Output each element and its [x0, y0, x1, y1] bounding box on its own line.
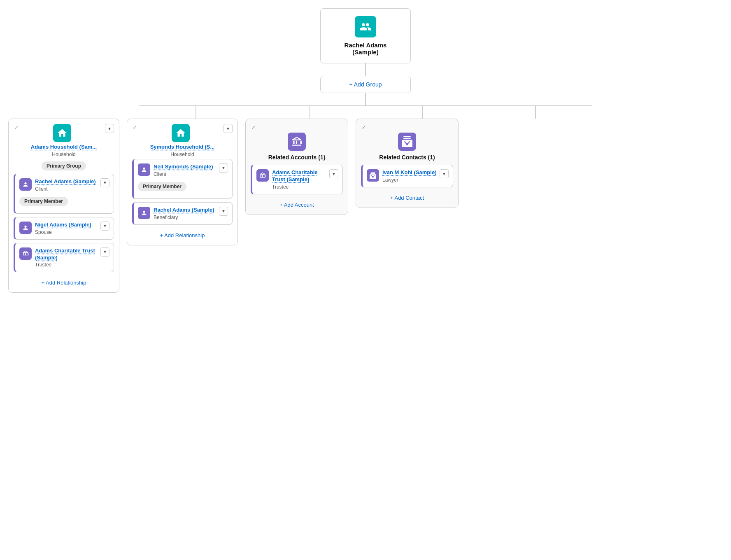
adams-trust-account-name[interactable]: Adams Charitable Trust (Sample)	[272, 169, 329, 183]
rachel-adams-badge: Primary Member	[19, 197, 68, 206]
root-title: Rachel Adams (Sample)	[331, 42, 400, 56]
horizontal-branch	[139, 105, 592, 106]
adams-household-icon	[53, 124, 71, 142]
related-accounts-collapse-btn[interactable]: ⤢	[251, 124, 256, 131]
rachel-adams-member-card: Rachel Adams (Sample) Client ▼ Primary M…	[14, 174, 114, 214]
adams-household-badge: Primary Group	[42, 161, 86, 170]
neil-symonds-icon	[138, 163, 150, 176]
nigel-adams-chevron[interactable]: ▼	[100, 222, 109, 231]
related-contacts-add-btn[interactable]: + Add Contact	[361, 191, 453, 203]
neil-symonds-chevron[interactable]: ▼	[219, 163, 228, 173]
symonds-household-collapse-btn[interactable]: ⤢	[132, 124, 137, 131]
symonds-household-title[interactable]: Symonds Household (S...	[132, 144, 233, 151]
adams-trust-name[interactable]: Adams Charitable Trust (Sample)	[35, 247, 100, 261]
adams-trust-icon	[19, 247, 32, 260]
adams-household-chevron[interactable]: ▼	[105, 124, 114, 133]
columns-connector	[139, 106, 592, 119]
adams-trust-account-chevron[interactable]: ▼	[329, 169, 338, 178]
related-contacts-card: ⤢ Related Contacts (1) Ivan M Kohl (Samp…	[356, 119, 459, 208]
neil-symonds-name[interactable]: Neil Symonds (Sample)	[154, 163, 219, 170]
adams-household-card: ⤢ ▼ Adams Household (Sam... Household Pr…	[8, 119, 119, 293]
symonds-household-icon	[172, 124, 190, 142]
adams-trust-member-card: Adams Charitable Trust (Sample) Trustee …	[14, 243, 114, 273]
col-connector-4	[535, 106, 536, 119]
ivan-kohl-name[interactable]: Ivan M Kohl (Sample)	[382, 169, 440, 176]
rachel-adams-icon	[19, 178, 32, 191]
branch-area	[8, 105, 723, 119]
nigel-adams-name[interactable]: Nigel Adams (Sample)	[35, 222, 100, 229]
symonds-household-card: ⤢ ▼ Symonds Household (S... Household	[127, 119, 238, 245]
ivan-kohl-chevron[interactable]: ▼	[440, 169, 449, 178]
group-v-connector	[365, 93, 366, 105]
adams-household-title[interactable]: Adams Household (Sam...	[14, 144, 114, 151]
rachel-adams-symonds-icon	[138, 207, 150, 219]
adams-trust-account-role: Trustee	[272, 184, 329, 190]
neil-symonds-role: Client	[154, 171, 219, 177]
neil-symonds-badge: Primary Member	[138, 182, 186, 191]
rachel-adams-info: Rachel Adams (Sample) Client	[35, 178, 100, 192]
adams-household-collapse-btn[interactable]: ⤢	[14, 124, 19, 131]
related-accounts-title: Related Accounts (1)	[251, 154, 343, 161]
rachel-adams-symonds-info: Rachel Adams (Sample) Beneficiary	[154, 207, 219, 220]
adams-trust-chevron[interactable]: ▼	[100, 247, 109, 257]
root-v-connector	[365, 63, 366, 76]
related-contacts-icon	[398, 133, 416, 151]
root-container: Rachel Adams (Sample) + Add Group	[8, 8, 723, 105]
related-accounts-card: ⤢ Related Accounts (1) Adams Charitable …	[245, 119, 348, 215]
nigel-adams-icon	[19, 222, 32, 234]
columns-area: ⤢ ▼ Adams Household (Sam... Household Pr…	[8, 119, 486, 293]
symonds-household-subtitle: Household	[132, 152, 233, 157]
symonds-household-add-relationship-btn[interactable]: + Add Relationship	[132, 228, 233, 240]
adams-trust-account-info: Adams Charitable Trust (Sample) Trustee	[272, 169, 329, 190]
related-contacts-title: Related Contacts (1)	[361, 154, 453, 161]
col-connector-1	[196, 106, 196, 119]
rachel-adams-role: Client	[35, 186, 100, 192]
rachel-adams-symonds-chevron[interactable]: ▼	[219, 207, 228, 216]
adams-household-header	[53, 124, 71, 142]
ivan-kohl-info: Ivan M Kohl (Sample) Lawyer	[382, 169, 440, 183]
adams-household-add-relationship-btn[interactable]: + Add Relationship	[14, 275, 114, 287]
adams-trust-role: Trustee	[35, 262, 100, 268]
related-accounts-add-btn[interactable]: + Add Account	[251, 198, 343, 210]
adams-household-subtitle: Household	[14, 152, 114, 157]
add-group-button[interactable]: + Add Group	[320, 76, 411, 93]
adams-trust-account-icon	[256, 169, 269, 182]
col-connector-3	[422, 106, 423, 119]
rachel-adams-symonds-member-card: Rachel Adams (Sample) Beneficiary ▼	[132, 202, 233, 225]
adams-trust-account-card: Adams Charitable Trust (Sample) Trustee …	[251, 165, 343, 194]
relationship-diagram: Rachel Adams (Sample) + Add Group ⤢	[8, 8, 723, 293]
neil-symonds-info: Neil Symonds (Sample) Client	[154, 163, 219, 177]
nigel-adams-role: Spouse	[35, 229, 100, 235]
rachel-adams-symonds-role: Beneficiary	[154, 215, 219, 220]
symonds-household-header	[172, 124, 190, 142]
root-person-icon	[355, 16, 376, 37]
ivan-kohl-contact-card: Ivan M Kohl (Sample) Lawyer ▼	[361, 165, 453, 187]
ivan-kohl-icon	[367, 169, 379, 182]
rachel-adams-symonds-name[interactable]: Rachel Adams (Sample)	[154, 207, 219, 214]
col-connector-2	[309, 106, 310, 119]
symonds-household-chevron[interactable]: ▼	[223, 124, 233, 133]
rachel-adams-chevron[interactable]: ▼	[100, 178, 109, 187]
related-contacts-collapse-btn[interactable]: ⤢	[361, 124, 366, 131]
adams-trust-info: Adams Charitable Trust (Sample) Trustee	[35, 247, 100, 268]
nigel-adams-info: Nigel Adams (Sample) Spouse	[35, 222, 100, 235]
related-accounts-icon	[288, 133, 306, 151]
rachel-adams-name[interactable]: Rachel Adams (Sample)	[35, 178, 100, 185]
root-node: Rachel Adams (Sample)	[320, 8, 411, 63]
neil-symonds-member-card: Neil Symonds (Sample) Client ▼ Primary M…	[132, 159, 233, 199]
nigel-adams-member-card: Nigel Adams (Sample) Spouse ▼	[14, 217, 114, 240]
ivan-kohl-role: Lawyer	[382, 177, 440, 183]
